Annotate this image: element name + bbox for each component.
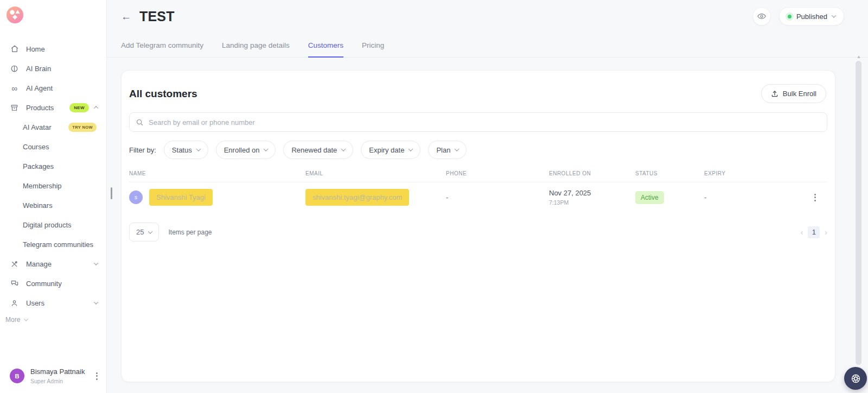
filter-renewed-date-dropdown[interactable]: Renewed date	[283, 141, 353, 159]
customer-avatar: s	[129, 191, 143, 204]
header-actions: Published	[752, 7, 844, 26]
search-input[interactable]	[149, 118, 821, 126]
sidebar-item-label: AI Agent	[26, 84, 53, 92]
tab-bar: Add Telegram community Landing page deta…	[107, 41, 868, 58]
sidebar-item-label: Packages	[23, 162, 54, 170]
customer-phone: -	[446, 193, 549, 201]
status-badge: Active	[635, 191, 664, 204]
products-icon	[10, 103, 19, 112]
sidebar-item-packages[interactable]: Packages	[0, 156, 106, 176]
more-label: More	[5, 316, 20, 324]
customer-status-cell: Active	[635, 191, 704, 204]
chevron-down-icon[interactable]	[93, 301, 99, 305]
scrollbar-up-arrow[interactable]: ▲	[857, 54, 861, 59]
sidebar-item-manage[interactable]: Manage	[0, 254, 106, 274]
bulk-enroll-button[interactable]: Bulk Enroll	[761, 84, 826, 103]
sidebar-item-users[interactable]: Users	[0, 293, 106, 313]
sidebar-item-label: Membership	[23, 182, 62, 190]
sidebar-nav: Home AI Brain ∞ AI Agent Products NEW AI…	[0, 39, 106, 313]
per-page-value: 25	[136, 228, 144, 236]
user-avatar: B	[10, 369, 24, 383]
sidebar-item-webinars[interactable]: Webinars	[0, 195, 106, 215]
filter-label: Enrolled on	[224, 146, 260, 154]
tab-landing-page-details[interactable]: Landing page details	[222, 41, 290, 58]
customers-table: NAME EMAIL PHONE ENROLLED ON STATUS EXPI…	[129, 170, 827, 212]
sidebar-more-button[interactable]: More	[5, 316, 106, 324]
new-badge: NEW	[69, 103, 89, 112]
chevron-down-icon[interactable]	[93, 262, 99, 265]
prev-page-chevron[interactable]: ‹	[801, 229, 803, 236]
chevron-down-icon	[264, 147, 268, 151]
filter-status-dropdown[interactable]: Status	[164, 141, 208, 159]
chevron-down-icon	[455, 147, 459, 151]
page-controls: ‹ 1 ›	[801, 226, 827, 238]
enrolled-date: Nov 27, 2025	[549, 189, 635, 197]
user-role: Super Admin	[30, 378, 85, 384]
preview-eye-button[interactable]	[752, 7, 771, 26]
app-logo[interactable]	[0, 7, 106, 29]
users-person-icon	[10, 299, 19, 308]
column-header-status: STATUS	[635, 170, 704, 176]
chevron-up-icon[interactable]	[93, 106, 99, 109]
publish-status-label: Published	[796, 12, 827, 21]
tab-pricing[interactable]: Pricing	[362, 41, 384, 58]
manage-tools-icon	[10, 259, 19, 269]
help-button[interactable]	[844, 367, 867, 390]
user-info: Bismaya Pattnaik Super Admin	[30, 367, 85, 384]
column-header-phone: PHONE	[446, 170, 549, 176]
page-number[interactable]: 1	[808, 226, 820, 238]
home-icon	[10, 45, 19, 54]
tab-customers[interactable]: Customers	[308, 41, 343, 58]
card-title: All customers	[129, 88, 197, 100]
sidebar-item-home[interactable]: Home	[0, 39, 106, 59]
column-header-enrolled-on: ENROLLED ON	[549, 170, 635, 176]
row-actions-kebab-icon[interactable]	[812, 192, 827, 204]
chevron-down-icon	[148, 229, 152, 233]
sidebar-item-label: AI Brain	[26, 65, 51, 73]
sidebar-item-community[interactable]: Community	[0, 274, 106, 293]
sidebar-item-ai-avatar[interactable]: AI Avatar TRY NOW	[0, 117, 106, 137]
table-row[interactable]: s Shivanshi Tyagi shivanshi.tyagi@graphy…	[129, 182, 827, 212]
enrolled-time: 7:13PM	[549, 199, 635, 206]
sidebar-item-membership[interactable]: Membership	[0, 176, 106, 195]
filter-enrolled-on-dropdown[interactable]: Enrolled on	[216, 141, 276, 159]
back-arrow-button[interactable]: ←	[121, 11, 131, 22]
filter-bar: Filter by: Status Enrolled on Renewed da…	[129, 141, 827, 159]
chevron-down-icon	[341, 147, 346, 151]
customer-name-cell: s Shivanshi Tyagi	[129, 189, 305, 206]
page-scrollbar-thumb[interactable]	[856, 61, 861, 365]
sidebar-item-telegram-communities[interactable]: Telegram communities	[0, 234, 106, 254]
bulk-enroll-label: Bulk Enroll	[783, 90, 816, 98]
user-menu-kebab-icon[interactable]	[94, 370, 100, 382]
sidebar-item-label: Products	[26, 104, 54, 112]
column-header-expiry: EXPIRY	[704, 170, 812, 176]
sidebar-item-ai-brain[interactable]: AI Brain	[0, 59, 106, 78]
graphy-logo-icon	[7, 7, 23, 23]
tab-add-telegram-community[interactable]: Add Telegram community	[121, 41, 203, 58]
sidebar-item-ai-agent[interactable]: ∞ AI Agent	[0, 78, 106, 98]
filter-plan-dropdown[interactable]: Plan	[428, 141, 467, 159]
ai-agent-icon: ∞	[10, 84, 19, 93]
sidebar-item-products[interactable]: Products NEW	[0, 98, 106, 117]
customer-expiry: -	[704, 193, 812, 201]
filter-label: Renewed date	[291, 146, 337, 154]
sidebar-item-label: Home	[26, 45, 45, 53]
sidebar-item-courses[interactable]: Courses	[0, 137, 106, 156]
ai-brain-icon	[10, 64, 19, 73]
sidebar-item-label: Users	[26, 299, 44, 307]
publish-status-dropdown[interactable]: Published	[779, 7, 844, 26]
customer-enrolled-cell: Nov 27, 2025 7:13PM	[549, 189, 635, 206]
sidebar-user-card[interactable]: B Bismaya Pattnaik Super Admin	[0, 360, 106, 393]
sidebar-item-label: Telegram communities	[23, 240, 93, 249]
customer-name: Shivanshi Tyagi	[149, 189, 213, 206]
sidebar: Home AI Brain ∞ AI Agent Products NEW AI…	[0, 0, 107, 393]
filter-expiry-date-dropdown[interactable]: Expiry date	[361, 141, 420, 159]
next-page-chevron[interactable]: ›	[825, 229, 827, 236]
all-customers-card: All customers Bulk Enroll Filter by: Sta…	[121, 70, 835, 382]
chevron-down-icon	[832, 13, 836, 17]
sidebar-scrollbar-thumb[interactable]	[111, 187, 112, 199]
filter-by-label: Filter by:	[129, 146, 156, 154]
sidebar-item-label: AI Avatar	[23, 123, 52, 131]
items-per-page-dropdown[interactable]: 25	[129, 223, 159, 242]
sidebar-item-digital-products[interactable]: Digital products	[0, 215, 106, 234]
